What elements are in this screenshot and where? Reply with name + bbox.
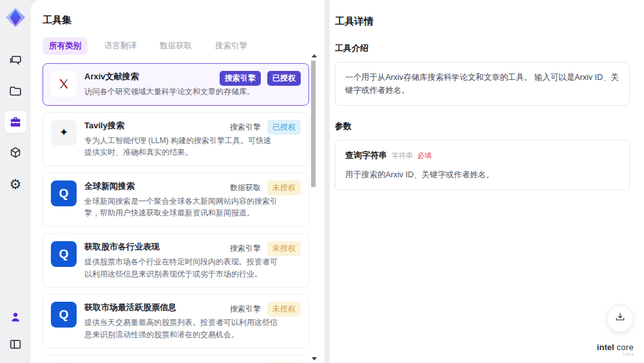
intro-heading: 工具介绍 — [335, 43, 630, 54]
news-search-logo-icon: Q — [51, 241, 77, 267]
tool-description: 访问各个研究领域大量科学论文和文章的存储库。 — [84, 86, 254, 98]
badges: 搜索引擎 已授权 — [230, 120, 301, 135]
category-tabs: 所有类别 语言翻译 数据获取 搜索引擎 — [43, 37, 309, 55]
params-heading: 参数 — [335, 121, 630, 132]
auth-status-badge: 已授权 — [267, 120, 301, 135]
param-header: 查询字符串 字符串 必填 — [345, 149, 620, 162]
scrollbar-thumb[interactable] — [311, 61, 316, 187]
download-icon — [614, 311, 626, 326]
badges: 搜索引擎 未授权 — [230, 302, 301, 317]
sidebar-item-toolbox[interactable] — [5, 111, 26, 133]
main-area: 工具集 所有类别 语言翻译 数据获取 搜索引擎 A — [31, 0, 644, 363]
app-logo-icon — [5, 6, 26, 28]
tab-search-engine[interactable]: 搜索引擎 — [209, 37, 254, 55]
panel-divider — [325, 0, 330, 363]
badges: 搜索引擎 已授权 — [220, 71, 301, 86]
tool-description: 提供股票市场各个行业在特定时间段内的表现。投资者可以利用这些信息来识别表现优于或… — [84, 256, 278, 280]
rail-bottom — [5, 306, 26, 355]
intel-core-logo: intel core Ultra — [597, 343, 634, 358]
badges: 搜索引擎 未授权 — [230, 241, 301, 256]
tool-card-tavily[interactable]: ✦ Tavily搜索 专为人工智能代理 (LLM) 构建的搜索引擎工具。可快速提… — [43, 112, 309, 166]
folder-icon — [8, 84, 23, 98]
tab-all-categories[interactable]: 所有类别 — [43, 37, 88, 55]
tool-card-active-stocks[interactable]: Q 获取市场最活跃股票信息 提供当天交易量最高的股票列表。投资者可以利用这些信息… — [43, 294, 309, 348]
toolbox-icon — [8, 115, 23, 129]
brand-core: core — [614, 342, 634, 352]
param-name: 查询字符串 — [345, 149, 387, 162]
tool-description: 全球新闻搜索是一个聚合全球各大新闻网站内容的搜索引擎，帮助用户快速获取全球最新资… — [84, 195, 278, 219]
category-badge: 搜索引擎 — [220, 71, 261, 86]
list-scrollbar[interactable] — [311, 54, 316, 360]
news-search-logo-icon: Q — [51, 302, 77, 328]
tools-panel: 工具集 所有类别 语言翻译 数据获取 搜索引擎 A — [31, 0, 325, 363]
chat-icon — [8, 53, 23, 67]
category-label: 数据获取 — [230, 182, 261, 193]
tool-list: Arxiv文献搜索 访问各个研究领域大量科学论文和文章的存储库。 搜索引擎 已授… — [43, 63, 309, 363]
brand-intel: intel — [597, 342, 614, 352]
tool-card-arxiv[interactable]: Arxiv文献搜索 访问各个研究领域大量科学论文和文章的存储库。 搜索引擎 已授… — [43, 63, 309, 106]
sidebar-item-account[interactable] — [5, 306, 26, 328]
tavily-logo-icon: ✦ — [51, 120, 77, 146]
scroll-up-arrow-icon[interactable] — [312, 54, 317, 57]
panel-icon — [8, 337, 23, 351]
param-required-flag: 必填 — [417, 150, 431, 162]
app-window: ⚙ — [0, 0, 644, 363]
tool-card-global-news[interactable]: Q 全球新闻搜索 全球新闻搜索是一个聚合全球各大新闻网站内容的搜索引擎，帮助用户… — [43, 173, 309, 227]
auth-status-badge: 未授权 — [267, 241, 301, 256]
param-type: 字符串 — [392, 150, 413, 162]
tool-card-sector-performance[interactable]: Q 获取股市各行业表现 提供股票市场各个行业在特定时间段内的表现。投资者可以利用… — [43, 233, 309, 288]
rail-nav: ⚙ — [5, 49, 26, 195]
param-box: 查询字符串 字符串 必填 用于搜索的Arxiv ID、关键字或作者姓名。 — [335, 140, 630, 190]
gear-icon: ⚙ — [10, 177, 22, 191]
sidebar-item-collapse[interactable] — [5, 333, 26, 355]
intro-box: 一个用于从Arxiv存储库搜索科学论文和文章的工具。 输入可以是Arxiv ID… — [335, 62, 630, 106]
auth-status-badge: 已授权 — [267, 71, 301, 86]
left-rail: ⚙ — [0, 0, 31, 363]
details-title: 工具详情 — [335, 15, 630, 28]
auth-status-badge: 未授权 — [267, 181, 301, 195]
tool-card-regional-news[interactable]: 万维地区新闻查询 查询具体行政区划内的新闻，快速了解各地新闻动态 搜索引擎 未授… — [43, 355, 309, 363]
tab-data-fetch[interactable]: 数据获取 — [153, 37, 198, 55]
page-title: 工具集 — [43, 14, 309, 26]
download-button[interactable] — [607, 305, 634, 332]
arxiv-logo-icon — [51, 71, 77, 97]
brand-sub: Ultra — [597, 352, 634, 358]
details-panel: 工具详情 工具介绍 一个用于从Arxiv存储库搜索科学论文和文章的工具。 输入可… — [330, 0, 644, 363]
tool-description: 专为人工智能代理 (LLM) 构建的搜索引擎工具。可快速提供实时、准确和真实的结… — [84, 135, 278, 159]
user-icon — [8, 310, 23, 324]
cube-icon — [8, 146, 23, 160]
news-search-logo-icon: Q — [51, 181, 77, 206]
category-label: 搜索引擎 — [230, 243, 261, 254]
tool-description: 提供当天交易量最高的股票列表。投资者可以利用这些信息来识别流动性强的股票和潜在的… — [84, 317, 278, 340]
category-label: 搜索引擎 — [230, 122, 261, 133]
sidebar-item-chat[interactable] — [5, 49, 26, 71]
badges: 数据获取 未授权 — [230, 181, 301, 195]
category-label: 搜索引擎 — [230, 304, 261, 315]
param-description: 用于搜索的Arxiv ID、关键字或作者姓名。 — [345, 168, 620, 181]
scroll-down-arrow-icon[interactable] — [312, 357, 317, 360]
auth-status-badge: 未授权 — [267, 302, 301, 317]
tab-translation[interactable]: 语言翻译 — [98, 37, 143, 55]
sidebar-item-files[interactable] — [5, 80, 26, 102]
sidebar-item-settings[interactable]: ⚙ — [5, 173, 26, 195]
sidebar-item-packages[interactable] — [5, 142, 26, 164]
